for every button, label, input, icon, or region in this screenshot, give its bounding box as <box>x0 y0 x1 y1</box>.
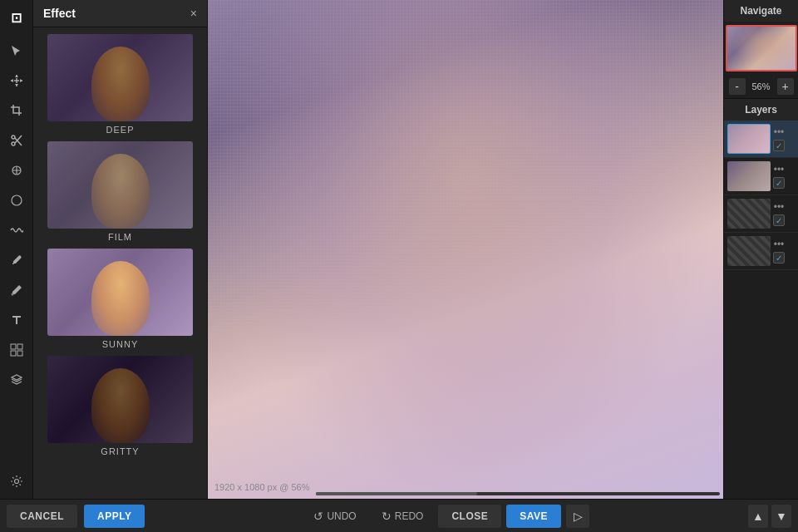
layer-2-options-icon[interactable]: ••• <box>774 164 785 175</box>
expand-icon: ▷ <box>574 510 583 523</box>
wave-tool-icon[interactable] <box>2 216 31 244</box>
layer-1-options-icon[interactable]: ••• <box>774 126 785 138</box>
effect-panel-title: Effect <box>43 7 76 20</box>
svg-rect-12 <box>17 351 22 356</box>
layer-item-3[interactable]: ••• ✓ <box>724 195 798 233</box>
app-logo-icon[interactable]: ⊡ <box>2 3 31 32</box>
eyedropper-tool-icon[interactable] <box>2 246 31 274</box>
svg-marker-2 <box>11 79 13 82</box>
effect-panel: Effect × DEEP <box>33 0 208 499</box>
layers-tool-icon[interactable] <box>2 366 31 394</box>
layer-item-4[interactable]: ••• ✓ <box>724 233 798 270</box>
effect-label-film: FILM <box>108 232 132 242</box>
layers-section: Layers ••• ✓ ••• ✓ <box>724 99 798 499</box>
svg-rect-11 <box>11 351 16 356</box>
effect-thumb-gritty <box>47 356 193 443</box>
left-toolbar: ⊡ <box>0 0 33 499</box>
brush-tool-icon[interactable] <box>2 276 31 304</box>
layer-3-visibility-checkbox[interactable]: ✓ <box>773 214 785 226</box>
pattern-tool-icon[interactable] <box>2 336 31 364</box>
undo-label: UNDO <box>327 510 356 522</box>
filter-tool-icon[interactable] <box>2 186 31 214</box>
layer-1-visibility-checkbox[interactable]: ✓ <box>773 140 785 151</box>
right-panel: Navigate - 56% + Layers ••• ✓ <box>723 0 798 499</box>
zoom-plus-button[interactable]: + <box>777 78 794 95</box>
svg-marker-3 <box>20 79 22 82</box>
effect-thumb-deep <box>47 34 193 121</box>
effect-panel-header: Effect × <box>33 0 207 27</box>
layer-thumb-3 <box>727 199 771 229</box>
navigate-section: Navigate - 56% + <box>724 0 798 99</box>
bottom-bar: CANCEL APPLY ↺ UNDO ↻ REDO CLOSE SAVE ▷ … <box>0 499 798 532</box>
effect-item-gritty[interactable]: GRITTY <box>40 356 200 456</box>
apply-button[interactable]: APPLY <box>84 505 145 528</box>
redo-button[interactable]: ↻ REDO <box>372 505 434 528</box>
layer-4-visibility-checkbox[interactable]: ✓ <box>773 252 785 264</box>
transform-tool-icon[interactable] <box>2 156 31 185</box>
redo-arrow-icon: ↻ <box>382 510 392 523</box>
navigate-thumbnail[interactable] <box>726 25 797 71</box>
svg-marker-1 <box>15 84 18 86</box>
nav-down-button[interactable]: ▼ <box>771 505 791 528</box>
svg-point-13 <box>14 480 18 484</box>
layer-3-options-icon[interactable]: ••• <box>774 201 785 213</box>
redo-label: REDO <box>395 510 424 522</box>
canvas-image <box>208 0 723 499</box>
canvas-veil-overlay <box>208 0 723 499</box>
svg-point-4 <box>12 142 15 145</box>
cut-tool-icon[interactable] <box>2 126 31 155</box>
svg-rect-10 <box>17 344 22 349</box>
svg-point-5 <box>12 135 15 139</box>
expand-button[interactable]: ▷ <box>566 505 589 528</box>
layer-3-controls: ••• ✓ <box>773 201 785 226</box>
bottom-right-nav: ▲ ▼ <box>748 505 791 528</box>
close-button[interactable]: CLOSE <box>438 505 501 528</box>
svg-marker-0 <box>15 75 18 77</box>
zoom-value-display: 56% <box>749 81 774 91</box>
effect-close-button[interactable]: × <box>190 7 197 20</box>
save-button[interactable]: SAVE <box>506 505 561 528</box>
navigate-title: Navigate <box>724 0 798 22</box>
effect-label-deep: DEEP <box>106 125 135 135</box>
bottom-center-controls: ↺ UNDO ↻ REDO CLOSE SAVE ▷ <box>303 505 589 528</box>
canvas-scrollbar[interactable] <box>316 492 720 495</box>
layer-thumb-2 <box>727 161 771 191</box>
effect-item-sunny[interactable]: SUNNY <box>40 249 200 349</box>
move-tool-icon[interactable] <box>2 66 31 95</box>
canvas-status-text: 1920 x 1080 px @ 56% <box>214 482 310 492</box>
svg-point-7 <box>12 195 22 205</box>
undo-button[interactable]: ↺ UNDO <box>303 505 366 528</box>
effect-label-sunny: SUNNY <box>102 339 139 349</box>
zoom-controls: - 56% + <box>724 75 798 98</box>
nav-up-button[interactable]: ▲ <box>748 505 768 528</box>
effect-item-film[interactable]: FILM <box>40 141 200 242</box>
text-tool-icon[interactable] <box>2 306 31 334</box>
settings-icon[interactable] <box>2 467 31 495</box>
svg-rect-9 <box>11 344 16 349</box>
layer-2-controls: ••• ✓ <box>773 164 785 189</box>
crop-tool-icon[interactable] <box>2 96 31 125</box>
select-tool-icon[interactable] <box>2 37 31 65</box>
effect-item-deep[interactable]: DEEP <box>40 34 200 135</box>
canvas-scrollbar-thumb[interactable] <box>316 492 477 495</box>
layer-4-options-icon[interactable]: ••• <box>774 239 785 250</box>
effect-thumb-sunny <box>47 249 193 336</box>
layer-4-controls: ••• ✓ <box>773 239 785 264</box>
layer-thumb-1 <box>727 124 771 154</box>
layer-item-1[interactable]: ••• ✓ <box>724 121 798 158</box>
layer-1-controls: ••• ✓ <box>773 126 785 151</box>
svg-point-8 <box>11 293 13 296</box>
effect-label-gritty: GRITTY <box>101 446 139 456</box>
undo-arrow-icon: ↺ <box>313 510 323 523</box>
effect-thumb-film <box>47 141 193 229</box>
cancel-button[interactable]: CANCEL <box>7 505 77 528</box>
layer-item-2[interactable]: ••• ✓ <box>724 158 798 195</box>
zoom-minus-button[interactable]: - <box>729 78 746 95</box>
layers-title: Layers <box>724 99 798 121</box>
layer-2-visibility-checkbox[interactable]: ✓ <box>773 177 785 189</box>
main-canvas: 1920 x 1080 px @ 56% <box>208 0 723 499</box>
layer-thumb-4 <box>727 236 771 266</box>
effect-list: DEEP FILM <box>33 27 207 499</box>
